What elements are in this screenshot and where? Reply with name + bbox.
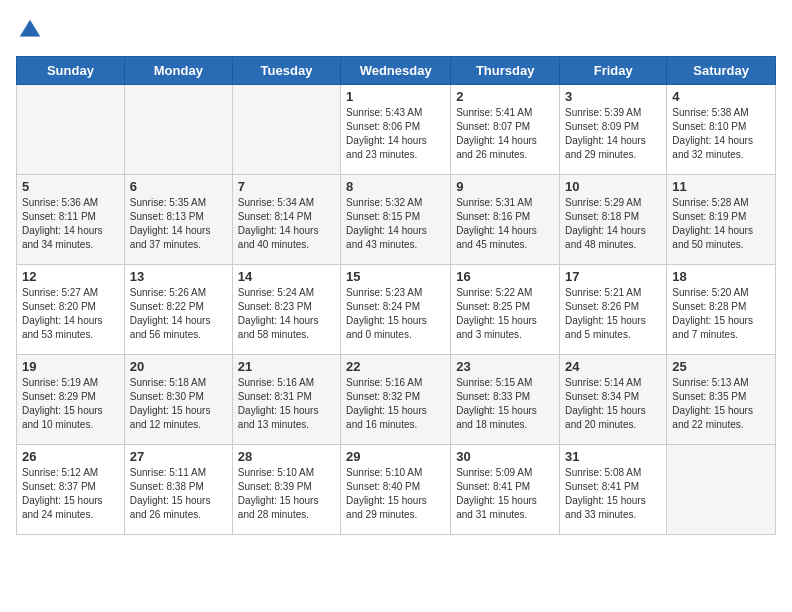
day-number: 2 xyxy=(456,89,554,104)
calendar-week-row: 26Sunrise: 5:12 AM Sunset: 8:37 PM Dayli… xyxy=(17,445,776,535)
day-info: Sunrise: 5:15 AM Sunset: 8:33 PM Dayligh… xyxy=(456,376,554,432)
calendar-header-thursday: Thursday xyxy=(451,57,560,85)
day-info: Sunrise: 5:38 AM Sunset: 8:10 PM Dayligh… xyxy=(672,106,770,162)
day-number: 26 xyxy=(22,449,119,464)
day-number: 28 xyxy=(238,449,335,464)
day-number: 22 xyxy=(346,359,445,374)
calendar-cell: 16Sunrise: 5:22 AM Sunset: 8:25 PM Dayli… xyxy=(451,265,560,355)
day-info: Sunrise: 5:35 AM Sunset: 8:13 PM Dayligh… xyxy=(130,196,227,252)
calendar-cell: 22Sunrise: 5:16 AM Sunset: 8:32 PM Dayli… xyxy=(341,355,451,445)
calendar-cell xyxy=(667,445,776,535)
day-number: 21 xyxy=(238,359,335,374)
day-info: Sunrise: 5:43 AM Sunset: 8:06 PM Dayligh… xyxy=(346,106,445,162)
calendar-cell: 29Sunrise: 5:10 AM Sunset: 8:40 PM Dayli… xyxy=(341,445,451,535)
day-number: 25 xyxy=(672,359,770,374)
day-number: 30 xyxy=(456,449,554,464)
day-info: Sunrise: 5:32 AM Sunset: 8:15 PM Dayligh… xyxy=(346,196,445,252)
day-info: Sunrise: 5:20 AM Sunset: 8:28 PM Dayligh… xyxy=(672,286,770,342)
day-info: Sunrise: 5:08 AM Sunset: 8:41 PM Dayligh… xyxy=(565,466,661,522)
calendar-week-row: 12Sunrise: 5:27 AM Sunset: 8:20 PM Dayli… xyxy=(17,265,776,355)
calendar-cell: 11Sunrise: 5:28 AM Sunset: 8:19 PM Dayli… xyxy=(667,175,776,265)
page-header xyxy=(16,16,776,44)
calendar-cell xyxy=(232,85,340,175)
day-number: 14 xyxy=(238,269,335,284)
calendar-cell: 7Sunrise: 5:34 AM Sunset: 8:14 PM Daylig… xyxy=(232,175,340,265)
calendar-week-row: 19Sunrise: 5:19 AM Sunset: 8:29 PM Dayli… xyxy=(17,355,776,445)
logo-icon xyxy=(16,16,44,44)
day-number: 8 xyxy=(346,179,445,194)
day-info: Sunrise: 5:39 AM Sunset: 8:09 PM Dayligh… xyxy=(565,106,661,162)
day-info: Sunrise: 5:21 AM Sunset: 8:26 PM Dayligh… xyxy=(565,286,661,342)
calendar-cell: 8Sunrise: 5:32 AM Sunset: 8:15 PM Daylig… xyxy=(341,175,451,265)
day-info: Sunrise: 5:26 AM Sunset: 8:22 PM Dayligh… xyxy=(130,286,227,342)
day-info: Sunrise: 5:10 AM Sunset: 8:39 PM Dayligh… xyxy=(238,466,335,522)
day-info: Sunrise: 5:09 AM Sunset: 8:41 PM Dayligh… xyxy=(456,466,554,522)
day-info: Sunrise: 5:23 AM Sunset: 8:24 PM Dayligh… xyxy=(346,286,445,342)
day-number: 19 xyxy=(22,359,119,374)
calendar-cell: 23Sunrise: 5:15 AM Sunset: 8:33 PM Dayli… xyxy=(451,355,560,445)
calendar-cell: 27Sunrise: 5:11 AM Sunset: 8:38 PM Dayli… xyxy=(124,445,232,535)
day-number: 17 xyxy=(565,269,661,284)
calendar-cell: 1Sunrise: 5:43 AM Sunset: 8:06 PM Daylig… xyxy=(341,85,451,175)
calendar-header-sunday: Sunday xyxy=(17,57,125,85)
calendar-cell: 28Sunrise: 5:10 AM Sunset: 8:39 PM Dayli… xyxy=(232,445,340,535)
day-number: 11 xyxy=(672,179,770,194)
calendar-cell xyxy=(124,85,232,175)
calendar-cell: 13Sunrise: 5:26 AM Sunset: 8:22 PM Dayli… xyxy=(124,265,232,355)
calendar-cell: 21Sunrise: 5:16 AM Sunset: 8:31 PM Dayli… xyxy=(232,355,340,445)
day-info: Sunrise: 5:12 AM Sunset: 8:37 PM Dayligh… xyxy=(22,466,119,522)
calendar-header-monday: Monday xyxy=(124,57,232,85)
day-number: 15 xyxy=(346,269,445,284)
day-number: 5 xyxy=(22,179,119,194)
calendar-cell: 6Sunrise: 5:35 AM Sunset: 8:13 PM Daylig… xyxy=(124,175,232,265)
calendar-cell: 31Sunrise: 5:08 AM Sunset: 8:41 PM Dayli… xyxy=(560,445,667,535)
calendar-cell: 12Sunrise: 5:27 AM Sunset: 8:20 PM Dayli… xyxy=(17,265,125,355)
calendar-cell: 14Sunrise: 5:24 AM Sunset: 8:23 PM Dayli… xyxy=(232,265,340,355)
calendar-cell: 10Sunrise: 5:29 AM Sunset: 8:18 PM Dayli… xyxy=(560,175,667,265)
day-info: Sunrise: 5:14 AM Sunset: 8:34 PM Dayligh… xyxy=(565,376,661,432)
day-number: 16 xyxy=(456,269,554,284)
calendar-cell: 30Sunrise: 5:09 AM Sunset: 8:41 PM Dayli… xyxy=(451,445,560,535)
day-info: Sunrise: 5:31 AM Sunset: 8:16 PM Dayligh… xyxy=(456,196,554,252)
day-number: 31 xyxy=(565,449,661,464)
day-info: Sunrise: 5:36 AM Sunset: 8:11 PM Dayligh… xyxy=(22,196,119,252)
day-info: Sunrise: 5:41 AM Sunset: 8:07 PM Dayligh… xyxy=(456,106,554,162)
calendar-header-tuesday: Tuesday xyxy=(232,57,340,85)
day-info: Sunrise: 5:18 AM Sunset: 8:30 PM Dayligh… xyxy=(130,376,227,432)
day-info: Sunrise: 5:24 AM Sunset: 8:23 PM Dayligh… xyxy=(238,286,335,342)
calendar-cell: 19Sunrise: 5:19 AM Sunset: 8:29 PM Dayli… xyxy=(17,355,125,445)
day-number: 9 xyxy=(456,179,554,194)
calendar-cell: 25Sunrise: 5:13 AM Sunset: 8:35 PM Dayli… xyxy=(667,355,776,445)
day-number: 7 xyxy=(238,179,335,194)
day-number: 23 xyxy=(456,359,554,374)
day-info: Sunrise: 5:16 AM Sunset: 8:31 PM Dayligh… xyxy=(238,376,335,432)
calendar-week-row: 1Sunrise: 5:43 AM Sunset: 8:06 PM Daylig… xyxy=(17,85,776,175)
day-info: Sunrise: 5:19 AM Sunset: 8:29 PM Dayligh… xyxy=(22,376,119,432)
day-number: 4 xyxy=(672,89,770,104)
calendar-week-row: 5Sunrise: 5:36 AM Sunset: 8:11 PM Daylig… xyxy=(17,175,776,265)
calendar-cell xyxy=(17,85,125,175)
calendar-header-friday: Friday xyxy=(560,57,667,85)
calendar-cell: 2Sunrise: 5:41 AM Sunset: 8:07 PM Daylig… xyxy=(451,85,560,175)
day-info: Sunrise: 5:11 AM Sunset: 8:38 PM Dayligh… xyxy=(130,466,227,522)
calendar-cell: 24Sunrise: 5:14 AM Sunset: 8:34 PM Dayli… xyxy=(560,355,667,445)
day-number: 18 xyxy=(672,269,770,284)
calendar-cell: 18Sunrise: 5:20 AM Sunset: 8:28 PM Dayli… xyxy=(667,265,776,355)
day-number: 24 xyxy=(565,359,661,374)
calendar-header-wednesday: Wednesday xyxy=(341,57,451,85)
calendar-header-row: SundayMondayTuesdayWednesdayThursdayFrid… xyxy=(17,57,776,85)
calendar-cell: 4Sunrise: 5:38 AM Sunset: 8:10 PM Daylig… xyxy=(667,85,776,175)
day-info: Sunrise: 5:34 AM Sunset: 8:14 PM Dayligh… xyxy=(238,196,335,252)
day-number: 27 xyxy=(130,449,227,464)
day-info: Sunrise: 5:28 AM Sunset: 8:19 PM Dayligh… xyxy=(672,196,770,252)
logo xyxy=(16,16,48,44)
calendar-cell: 20Sunrise: 5:18 AM Sunset: 8:30 PM Dayli… xyxy=(124,355,232,445)
calendar-cell: 15Sunrise: 5:23 AM Sunset: 8:24 PM Dayli… xyxy=(341,265,451,355)
day-info: Sunrise: 5:27 AM Sunset: 8:20 PM Dayligh… xyxy=(22,286,119,342)
day-number: 6 xyxy=(130,179,227,194)
day-number: 12 xyxy=(22,269,119,284)
day-number: 20 xyxy=(130,359,227,374)
calendar-cell: 9Sunrise: 5:31 AM Sunset: 8:16 PM Daylig… xyxy=(451,175,560,265)
day-info: Sunrise: 5:16 AM Sunset: 8:32 PM Dayligh… xyxy=(346,376,445,432)
calendar-cell: 26Sunrise: 5:12 AM Sunset: 8:37 PM Dayli… xyxy=(17,445,125,535)
